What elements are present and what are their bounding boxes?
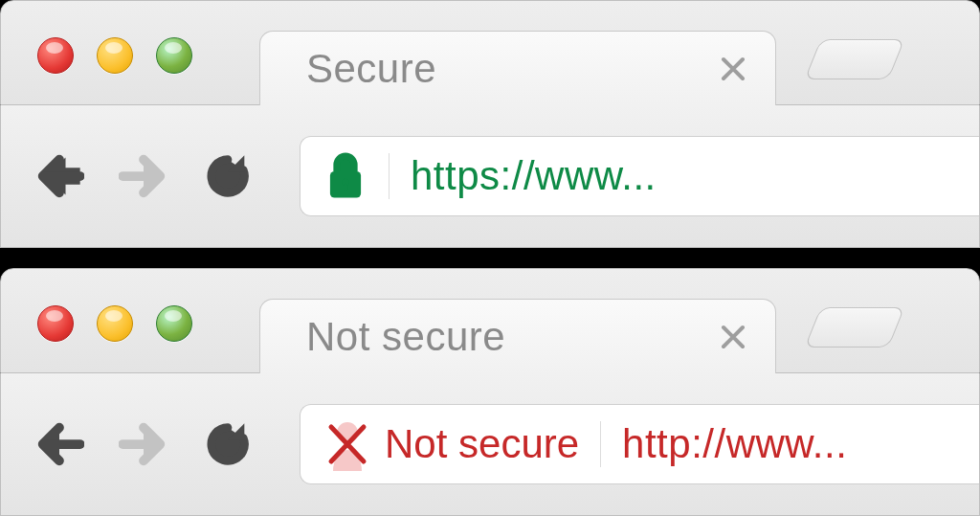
forward-button[interactable]: [114, 146, 173, 206]
new-tab-button[interactable]: [805, 39, 905, 79]
back-button[interactable]: [30, 146, 89, 206]
url-text: https://www...: [411, 153, 657, 199]
browser-tab[interactable]: Secure: [259, 31, 776, 105]
new-tab-button[interactable]: [805, 307, 905, 348]
forward-button[interactable]: [114, 415, 173, 474]
back-button[interactable]: [30, 415, 89, 474]
svg-rect-2: [344, 184, 347, 191]
maximize-window-button[interactable]: [156, 37, 192, 74]
arrow-right-icon: [119, 419, 168, 469]
url-text: http://www...: [622, 421, 847, 467]
not-secure-icon: [323, 417, 371, 471]
reload-icon: [203, 419, 253, 469]
browser-window-secure: Secure: [0, 0, 980, 248]
arrow-right-icon: [119, 151, 168, 201]
close-window-button[interactable]: [37, 37, 74, 74]
tab-title: Secure: [306, 46, 712, 92]
toolbar: Not secure http://www...: [0, 373, 980, 516]
window-controls: [37, 37, 192, 74]
tab-strip: Secure: [0, 0, 980, 105]
close-icon: [719, 323, 747, 351]
maximize-window-button[interactable]: [156, 305, 192, 342]
lock-icon: [323, 151, 368, 201]
close-window-button[interactable]: [37, 305, 74, 342]
divider: [389, 153, 390, 199]
tab-strip: Not secure: [0, 268, 980, 373]
browser-tab[interactable]: Not secure: [259, 299, 776, 373]
arrow-left-icon: [34, 419, 84, 469]
reload-button[interactable]: [198, 415, 257, 474]
close-tab-button[interactable]: [712, 48, 754, 90]
reload-icon: [203, 151, 253, 201]
minimize-window-button[interactable]: [97, 37, 133, 74]
window-controls: [37, 305, 192, 342]
close-tab-button[interactable]: [712, 316, 754, 358]
security-status-label: Not secure: [385, 421, 579, 467]
reload-button[interactable]: [198, 146, 257, 206]
minimize-window-button[interactable]: [97, 305, 133, 342]
address-bar[interactable]: Not secure http://www...: [300, 404, 979, 484]
close-icon: [719, 55, 747, 83]
address-bar[interactable]: https://www...: [300, 136, 979, 216]
divider: [600, 421, 601, 467]
browser-window-insecure: Not secure: [0, 268, 980, 516]
svg-point-3: [337, 422, 358, 443]
arrow-left-icon: [34, 151, 84, 201]
tab-title: Not secure: [306, 314, 712, 360]
toolbar: https://www...: [0, 105, 980, 248]
